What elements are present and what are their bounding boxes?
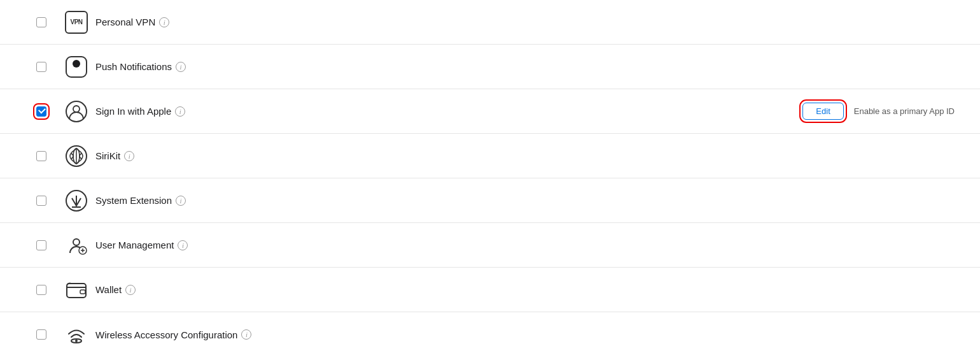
checkbox-cell-sirikit: [25, 151, 57, 161]
info-icon-sirikit[interactable]: i: [124, 151, 134, 161]
capability-row-wireless-accessory: Wireless Accessory Configuration i: [0, 312, 980, 357]
svg-rect-15: [80, 290, 85, 294]
capability-label-personal-vpn: Personal VPN: [95, 17, 155, 27]
capability-row-push-notifications: Push Notifications i: [0, 45, 980, 89]
label-cell-wireless-accessory: Wireless Accessory Configuration i: [95, 329, 955, 340]
info-icon-personal-vpn[interactable]: i: [159, 17, 169, 27]
icon-cell-system-extension: [57, 189, 95, 212]
info-icon-push-notifications[interactable]: i: [176, 62, 186, 72]
label-cell-sirikit: SiriKit i: [95, 150, 955, 161]
checkbox-wallet[interactable]: [36, 285, 46, 295]
checkbox-cell-wallet: [25, 285, 57, 295]
svg-rect-14: [67, 284, 86, 298]
checkbox-cell-personal-vpn: [25, 17, 57, 27]
info-icon-wallet[interactable]: i: [125, 285, 136, 295]
icon-cell-wallet: [57, 278, 95, 301]
icon-cell-push-notifications: [57, 55, 95, 78]
capability-row-sign-in-apple: Sign In with Apple i Edit Enable as a pr…: [0, 89, 980, 134]
label-cell-system-extension: System Extension i: [95, 195, 955, 206]
label-cell-personal-vpn: Personal VPN i: [95, 17, 955, 27]
capability-label-system-extension: System Extension: [95, 195, 172, 206]
system-extension-icon: [65, 189, 88, 212]
icon-cell-personal-vpn: VPN: [57, 11, 95, 34]
label-cell-push-notifications: Push Notifications i: [95, 61, 955, 72]
action-cell-sign-in-apple: Edit Enable as a primary App ID: [802, 103, 955, 120]
svg-point-10: [73, 239, 80, 245]
checkbox-push-notifications[interactable]: [36, 62, 46, 72]
edit-button-sign-in-apple[interactable]: Edit: [802, 103, 843, 120]
checkbox-personal-vpn[interactable]: [36, 17, 46, 27]
icon-cell-wireless-accessory: [57, 323, 95, 346]
checkbox-wireless-accessory[interactable]: [36, 329, 46, 340]
capability-label-push-notifications: Push Notifications: [95, 61, 172, 72]
capability-label-user-management: User Management: [95, 240, 174, 250]
info-icon-system-extension[interactable]: i: [176, 196, 186, 206]
capability-row-personal-vpn: VPN Personal VPN i: [0, 0, 980, 45]
checkbox-cell-push-notifications: [25, 62, 57, 72]
vpn-icon: VPN: [65, 11, 88, 34]
capability-label-sign-in-apple: Sign In with Apple: [95, 106, 171, 117]
capability-row-sirikit: SiriKit i: [0, 134, 980, 178]
wallet-icon: [65, 278, 88, 301]
icon-cell-sign-in-apple: [57, 100, 95, 123]
checkbox-cell-user-management: [25, 240, 57, 250]
icon-cell-sirikit: [57, 145, 95, 168]
capability-label-wallet: Wallet: [95, 284, 122, 295]
capability-row-system-extension: System Extension i: [0, 178, 980, 223]
label-cell-user-management: User Management i: [95, 240, 955, 250]
checkbox-cell-sign-in-apple: [25, 106, 57, 117]
capability-row-user-management: User Management i: [0, 223, 980, 268]
note-sign-in-apple: Enable as a primary App ID: [854, 106, 955, 116]
push-notifications-icon: [65, 55, 88, 78]
checkbox-cell-system-extension: [25, 196, 57, 206]
info-icon-user-management[interactable]: i: [178, 240, 188, 250]
sign-in-apple-icon: [65, 100, 88, 123]
checkbox-sirikit[interactable]: [36, 151, 46, 161]
sirikit-icon: [65, 145, 88, 168]
capability-label-wireless-accessory: Wireless Accessory Configuration: [95, 329, 237, 340]
svg-point-1: [73, 60, 80, 68]
wireless-accessory-icon: [65, 323, 88, 346]
checkbox-cell-wireless-accessory: [25, 329, 57, 340]
checkbox-sign-in-apple[interactable]: [36, 106, 46, 117]
checkbox-user-management[interactable]: [36, 240, 46, 250]
svg-point-3: [73, 106, 80, 112]
user-management-icon: [65, 234, 88, 257]
label-cell-wallet: Wallet i: [95, 284, 955, 295]
info-icon-wireless-accessory[interactable]: i: [241, 329, 251, 340]
icon-cell-user-management: [57, 234, 95, 257]
capability-list: VPN Personal VPN i Push Notifications i: [0, 0, 980, 357]
checkbox-system-extension[interactable]: [36, 196, 46, 206]
info-icon-sign-in-apple[interactable]: i: [175, 106, 185, 117]
capability-row-wallet: Wallet i: [0, 268, 980, 312]
svg-point-17: [75, 340, 78, 342]
capability-label-sirikit: SiriKit: [95, 150, 120, 161]
label-cell-sign-in-apple: Sign In with Apple i: [95, 106, 802, 117]
